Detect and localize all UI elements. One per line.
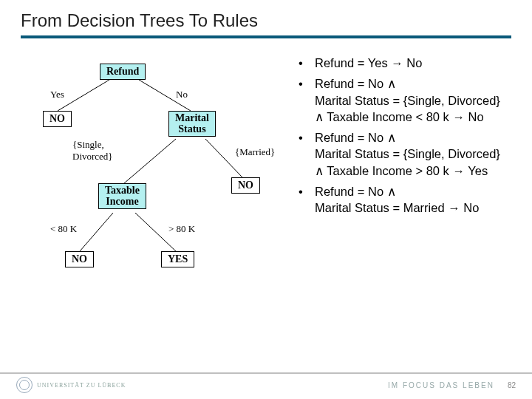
title-rule bbox=[21, 35, 511, 38]
svg-line-2 bbox=[124, 139, 176, 183]
bullet-icon: • bbox=[299, 75, 315, 125]
university-mark: UNIVERSITÄT ZU LÜBECK bbox=[16, 377, 126, 393]
rule-item: • Refund = No ∧ Marital Status = Married… bbox=[299, 183, 511, 216]
seal-icon bbox=[16, 377, 33, 393]
node-refund: Refund bbox=[100, 64, 146, 80]
rule-item: • Refund = Yes → No bbox=[299, 55, 511, 71]
decision-tree: Refund Yes No NO Marital Status {Single,… bbox=[21, 52, 294, 303]
node-marital-status: Marital Status bbox=[168, 111, 216, 137]
rule-text: Refund = No ∧ Marital Status = {Single, … bbox=[315, 75, 511, 125]
leaf-no-2: NO bbox=[231, 177, 260, 194]
rule-item: • Refund = No ∧ Marital Status = {Single… bbox=[299, 75, 511, 125]
edge-label-single-divorced: {Single, Divorced} bbox=[72, 139, 113, 163]
node-tax-l1: Taxable bbox=[105, 185, 140, 196]
page-number: 82 bbox=[508, 381, 516, 389]
node-tax-l2: Income bbox=[106, 196, 138, 207]
rules-list: • Refund = Yes → No • Refund = No ∧ Mari… bbox=[299, 52, 511, 303]
edge-label-no: No bbox=[176, 89, 188, 100]
footer-inner: UNIVERSITÄT ZU LÜBECK IM FOCUS DAS LEBEN… bbox=[0, 374, 532, 393]
leaf-no-1: NO bbox=[43, 111, 72, 127]
slide-title: From Decision Trees To Rules bbox=[21, 10, 511, 31]
node-marital-l2: Status bbox=[178, 123, 205, 134]
content-row: Refund Yes No NO Marital Status {Single,… bbox=[21, 52, 511, 303]
rule-text: Refund = No ∧ Marital Status = Married →… bbox=[315, 183, 511, 216]
svg-line-4 bbox=[80, 213, 113, 251]
rule-text: Refund = No ∧ Marital Status = {Single, … bbox=[315, 129, 511, 179]
bullet-icon: • bbox=[299, 129, 315, 179]
svg-line-0 bbox=[58, 80, 109, 111]
node-marital-l1: Marital bbox=[175, 112, 209, 123]
edge-label-yes: Yes bbox=[50, 89, 64, 100]
node-taxable-income: Taxable Income bbox=[98, 183, 146, 209]
leaf-yes: YES bbox=[161, 251, 194, 267]
bullet-icon: • bbox=[299, 55, 315, 71]
footer-motto: IM FOCUS DAS LEBEN bbox=[388, 381, 494, 389]
rule-text: Refund = Yes → No bbox=[315, 55, 511, 71]
slide: From Decision Trees To Rules Refund Yes … bbox=[0, 0, 532, 399]
edge-label-lt80k: < 80 K bbox=[50, 223, 77, 235]
edge-label-married: {Married} bbox=[235, 146, 275, 158]
edge-label-gt80k: > 80 K bbox=[168, 223, 195, 235]
svg-line-3 bbox=[205, 139, 242, 177]
rule-item: • Refund = No ∧ Marital Status = {Single… bbox=[299, 129, 511, 179]
university-name: UNIVERSITÄT ZU LÜBECK bbox=[37, 382, 126, 389]
footer: UNIVERSITÄT ZU LÜBECK IM FOCUS DAS LEBEN… bbox=[0, 372, 532, 399]
leaf-no-3: NO bbox=[65, 251, 94, 267]
bullet-icon: • bbox=[299, 183, 315, 216]
